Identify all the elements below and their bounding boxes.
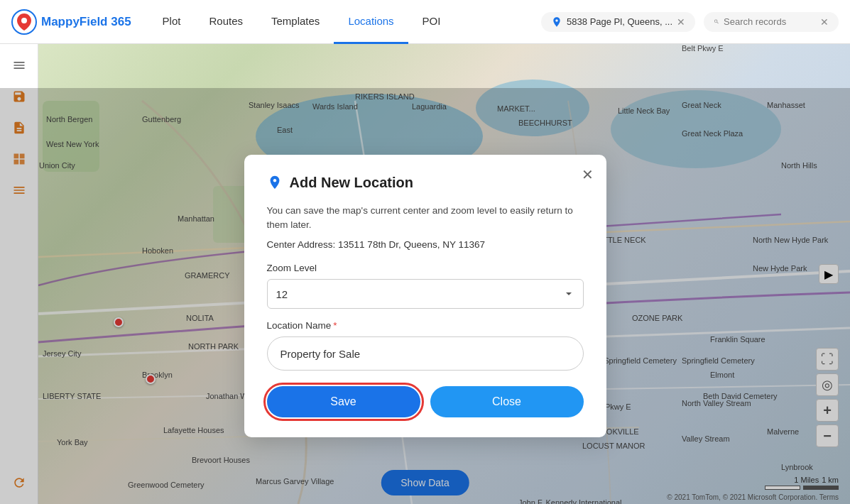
modal-description: You can save the map's current center an…	[267, 204, 584, 233]
search-icon	[714, 16, 719, 27]
location-name-input[interactable]	[267, 336, 584, 371]
modal-close-button[interactable]: ✕	[582, 168, 594, 182]
logo-area: MappyField 365	[11, 9, 131, 35]
search-input[interactable]	[724, 16, 816, 27]
modal-title: Add New Location	[290, 175, 413, 191]
close-button[interactable]: Close	[430, 386, 584, 417]
navbar: MappyField 365 Plot Routes Templates Loc…	[0, 0, 850, 44]
modal-center-address: Center Address: 13511 78th Dr, Queens, N…	[267, 239, 584, 250]
modal-overlay: Add New Location ✕ You can save the map'…	[0, 88, 850, 504]
center-address-label: Center Address:	[267, 239, 336, 250]
save-button[interactable]: Save	[267, 386, 420, 417]
center-address-value: 13511 78th Dr, Queens, NY 11367	[338, 239, 485, 250]
modal-pin-icon	[267, 175, 283, 190]
logo-icon	[11, 9, 37, 35]
zoom-level-label: Zoom Level	[267, 263, 584, 273]
map-background: North Bergen West New York Union City Gu…	[0, 44, 850, 504]
location-bar[interactable]: 5838 Page Pl, Queens, ... ✕	[541, 12, 695, 32]
location-bar-text: 5838 Page Pl, Queens, ...	[567, 16, 672, 27]
location-pin-icon	[551, 16, 562, 28]
location-bar-close[interactable]: ✕	[677, 16, 685, 28]
nav-plot[interactable]: Plot	[148, 0, 195, 44]
modal-add-location: Add New Location ✕ You can save the map'…	[244, 155, 606, 438]
search-bar[interactable]: ✕	[704, 12, 839, 32]
zoom-level-select[interactable]: 12 10 11 13 14 15	[267, 279, 584, 309]
nav-links: Plot Routes Templates Locations POI	[148, 0, 542, 44]
modal-actions: Save Close	[267, 386, 584, 417]
svg-point-1	[21, 18, 27, 23]
nav-templates[interactable]: Templates	[257, 0, 334, 44]
nav-locations[interactable]: Locations	[334, 0, 408, 44]
location-name-label: Location Name*	[267, 320, 584, 331]
logo-text: MappyField 365	[41, 15, 131, 29]
required-marker: *	[333, 320, 337, 331]
nav-routes[interactable]: Routes	[195, 0, 257, 44]
sidebar-hamburger-icon[interactable]	[6, 53, 32, 78]
modal-header: Add New Location ✕	[267, 175, 584, 191]
search-clear-icon[interactable]: ✕	[820, 16, 829, 28]
nav-poi[interactable]: POI	[408, 0, 455, 44]
